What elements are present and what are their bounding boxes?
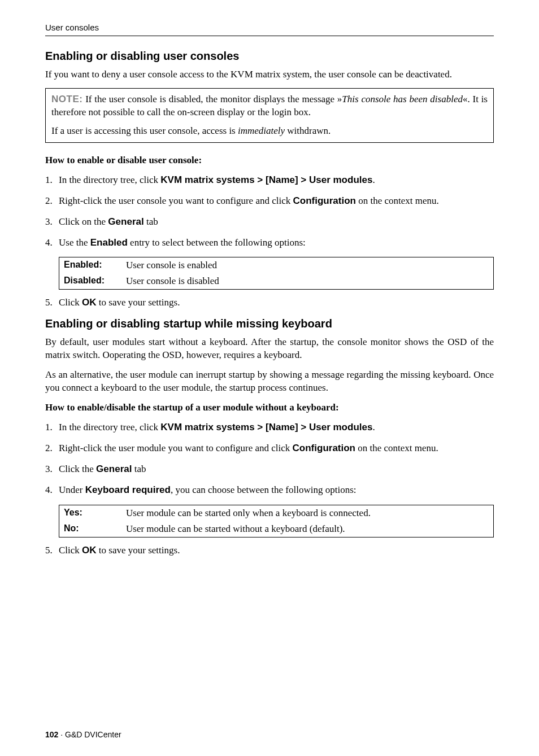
step-number: 5. <box>45 544 53 557</box>
step-text: Under <box>59 484 85 495</box>
step-text: In the directory tree, click <box>59 174 160 185</box>
step-text: Right-click the user console you want to… <box>59 195 293 206</box>
body-paragraph: As an alternative, the user module can i… <box>45 369 494 395</box>
option-value: User console is enabled <box>126 260 217 271</box>
step-number: 1. <box>45 174 53 187</box>
step-item: 2. Right-click the user module you want … <box>45 442 494 455</box>
page-number: 102 <box>45 730 58 739</box>
note-text: If a user is accessing this user console… <box>51 125 238 136</box>
step-text: to save your settings. <box>97 297 180 308</box>
option-key: No: <box>64 523 126 535</box>
note-paragraph: If a user is accessing this user console… <box>51 125 488 138</box>
step-text: tab <box>132 464 146 474</box>
step-item: 3. Click on the General tab <box>45 216 494 229</box>
option-value: User module can be started without a key… <box>126 523 345 535</box>
product-name: G&D DVICenter <box>65 730 121 739</box>
step-text: . <box>372 422 375 432</box>
step-number: 2. <box>45 195 53 208</box>
option-key: Enabled: <box>64 260 126 271</box>
table-row: Enabled: User console is enabled <box>59 257 493 273</box>
ui-label: General <box>108 216 144 227</box>
running-header: User consoles <box>45 23 494 36</box>
step-text: entry to select between the following op… <box>128 237 306 248</box>
table-row: Disabled: User console is disabled <box>59 273 493 289</box>
step-number: 4. <box>45 484 53 497</box>
footer-separator: · <box>58 730 65 739</box>
step-text: Click the <box>59 464 96 474</box>
step-item: 5. Click OK to save your settings. <box>45 544 494 557</box>
ui-label: Keyboard required <box>85 484 171 495</box>
step-text: on the context menu. <box>355 443 438 453</box>
note-text: withdrawn. <box>285 125 331 136</box>
step-text: . <box>372 174 375 185</box>
howto-heading: How to enable or disable user console: <box>45 154 494 167</box>
section-heading: Enabling or disabling startup while miss… <box>45 317 494 330</box>
step-item: 5. Click OK to save your settings. <box>45 296 494 309</box>
step-item: 4. Under Keyboard required, you can choo… <box>45 484 494 497</box>
step-text: Right-click the user module you want to … <box>59 443 293 453</box>
step-number: 2. <box>45 442 53 455</box>
ui-label: OK <box>82 297 97 308</box>
step-item: 4. Use the Enabled entry to select betwe… <box>45 237 494 250</box>
ui-label: General <box>96 464 132 474</box>
note-box: NOTE: If the user console is disabled, t… <box>45 88 494 143</box>
note-italic: immediately <box>238 125 285 136</box>
option-key: Disabled: <box>64 276 126 287</box>
note-paragraph: NOTE: If the user console is disabled, t… <box>51 93 488 119</box>
step-item: 1. In the directory tree, click KVM matr… <box>45 421 494 434</box>
step-text: to save your settings. <box>97 545 180 556</box>
step-list: 5. Click OK to save your settings. <box>45 544 494 557</box>
options-table: Yes: User module can be started only whe… <box>59 505 494 537</box>
step-number: 5. <box>45 296 53 309</box>
step-text: , you can choose between the following o… <box>171 484 357 495</box>
step-number: 1. <box>45 421 53 434</box>
step-list: 5. Click OK to save your settings. <box>45 296 494 309</box>
step-text: tab <box>144 216 158 227</box>
ui-path: KVM matrix systems > [Name] > User modul… <box>160 422 372 432</box>
note-italic: This console has been disabled <box>342 94 463 104</box>
ui-label: OK <box>82 545 97 556</box>
step-number: 3. <box>45 216 53 229</box>
step-number: 4. <box>45 237 53 250</box>
step-text: Click <box>59 545 82 556</box>
ui-label: Enabled <box>90 237 128 248</box>
options-table: Enabled: User console is enabled Disable… <box>59 257 494 290</box>
step-text: Click <box>59 297 82 308</box>
ui-path: KVM matrix systems > [Name] > User modul… <box>160 174 372 185</box>
ui-label: Configuration <box>293 443 355 453</box>
option-value: User module can be started only when a k… <box>126 508 371 519</box>
option-value: User console is disabled <box>126 276 219 287</box>
note-label: NOTE: <box>51 94 82 104</box>
note-text: If the user console is disabled, the mon… <box>82 94 342 104</box>
step-number: 3. <box>45 463 53 476</box>
table-row: Yes: User module can be started only whe… <box>59 505 493 521</box>
step-text: Click on the <box>59 216 108 227</box>
step-text: In the directory tree, click <box>59 422 160 432</box>
howto-heading: How to enable/disable the startup of a u… <box>45 401 494 414</box>
step-list: 1. In the directory tree, click KVM matr… <box>45 421 494 497</box>
step-item: 1. In the directory tree, click KVM matr… <box>45 174 494 187</box>
step-item: 3. Click the General tab <box>45 463 494 476</box>
document-page: User consoles Enabling or disabling user… <box>0 0 539 756</box>
step-text: Use the <box>59 237 90 248</box>
page-footer: 102 · G&D DVICenter <box>45 730 121 739</box>
intro-paragraph: If you want to deny a user console acces… <box>45 68 494 81</box>
table-row: No: User module can be started without a… <box>59 521 493 537</box>
option-key: Yes: <box>64 508 126 519</box>
section-heading: Enabling or disabling user consoles <box>45 50 494 63</box>
body-paragraph: By default, user modules start without a… <box>45 336 494 362</box>
step-text: on the context menu. <box>356 195 439 206</box>
step-item: 2. Right-click the user console you want… <box>45 195 494 208</box>
ui-label: Configuration <box>293 195 356 206</box>
step-list: 1. In the directory tree, click KVM matr… <box>45 174 494 250</box>
